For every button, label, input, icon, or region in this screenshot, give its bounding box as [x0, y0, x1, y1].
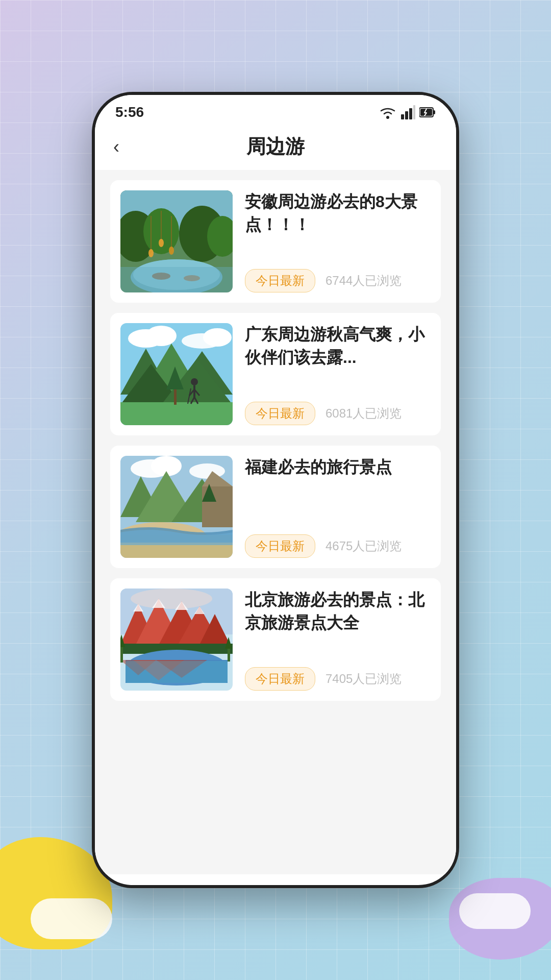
svg-rect-3 — [409, 108, 412, 119]
svg-point-0 — [386, 116, 389, 119]
svg-rect-6 — [433, 110, 435, 114]
top-bar: ‹ 周边游 — [95, 126, 456, 170]
article-meta-1: 今日最新 6744人已浏览 — [245, 269, 431, 292]
svg-point-21 — [169, 247, 174, 255]
status-bar: 5:56 — [95, 95, 456, 126]
article-thumbnail-2 — [120, 323, 233, 425]
article-title-1: 安徽周边游必去的8大景点！！！ — [245, 190, 431, 236]
status-icons — [379, 105, 436, 119]
white-blob-left — [31, 898, 112, 939]
article-info-2: 广东周边游秋高气爽，小伙伴们该去露... 今日最新 6081人已浏览 — [245, 323, 431, 425]
svg-rect-36 — [174, 389, 177, 405]
view-count-3: 4675人已浏览 — [325, 538, 402, 554]
svg-point-38 — [191, 378, 198, 385]
article-card-2[interactable]: 广东周边游秋高气爽，小伙伴们该去露... 今日最新 6081人已浏览 — [110, 313, 441, 435]
article-card-3[interactable]: 福建必去的旅行景点 今日最新 4675人已浏览 — [110, 446, 441, 568]
tag-latest-3: 今日最新 — [245, 534, 315, 558]
article-meta-4: 今日最新 7405人已浏览 — [245, 667, 431, 691]
article-thumbnail-1 — [120, 190, 233, 292]
article-info-1: 安徽周边游必去的8大景点！！！ 今日最新 6744人已浏览 — [245, 190, 431, 292]
svg-rect-24 — [120, 267, 233, 292]
wifi-icon — [379, 105, 397, 119]
svg-rect-35 — [120, 402, 233, 425]
content-area: 安徽周边游必去的8大景点！！！ 今日最新 6744人已浏览 — [95, 170, 456, 874]
svg-point-48 — [189, 463, 225, 479]
article-title-4: 北京旅游必去的景点：北京旅游景点大全 — [245, 589, 431, 634]
svg-point-19 — [159, 239, 164, 247]
svg-point-27 — [146, 326, 177, 346]
svg-point-60 — [131, 589, 212, 609]
svg-rect-76 — [126, 661, 228, 683]
article-info-3: 福建必去的旅行景点 今日最新 4675人已浏览 — [245, 456, 431, 558]
article-thumbnail-4 — [120, 589, 233, 691]
signal-icon — [401, 105, 415, 119]
battery-icon — [419, 106, 436, 118]
view-count-2: 6081人已浏览 — [325, 405, 402, 422]
svg-rect-2 — [405, 111, 408, 119]
view-count-4: 7405人已浏览 — [325, 671, 402, 687]
article-thumbnail-3 — [120, 456, 233, 558]
article-card-4[interactable]: 北京旅游必去的景点：北京旅游景点大全 今日最新 7405人已浏览 — [110, 578, 441, 701]
tag-latest-2: 今日最新 — [245, 402, 315, 425]
article-meta-3: 今日最新 4675人已浏览 — [245, 534, 431, 558]
svg-rect-4 — [413, 105, 415, 119]
svg-rect-77 — [120, 647, 123, 663]
page-title: 周边游 — [246, 134, 305, 160]
svg-point-29 — [203, 328, 232, 347]
tag-latest-1: 今日最新 — [245, 269, 315, 292]
svg-rect-79 — [228, 649, 230, 662]
article-info-4: 北京旅游必去的景点：北京旅游景点大全 今日最新 7405人已浏览 — [245, 589, 431, 691]
svg-rect-1 — [401, 114, 404, 119]
article-title-2: 广东周边游秋高气爽，小伙伴们该去露... — [245, 323, 431, 369]
article-title-3: 福建必去的旅行景点 — [245, 456, 431, 479]
phone-frame: 5:56 — [92, 92, 459, 888]
purple-blob — [449, 878, 551, 960]
article-card[interactable]: 安徽周边游必去的8大景点！！！ 今日最新 6744人已浏览 — [110, 180, 441, 303]
view-count-1: 6744人已浏览 — [325, 273, 402, 289]
svg-point-17 — [148, 249, 154, 257]
tag-latest-4: 今日最新 — [245, 667, 315, 691]
white-blob-right — [459, 893, 531, 929]
article-meta-2: 今日最新 6081人已浏览 — [245, 402, 431, 425]
status-time: 5:56 — [115, 104, 144, 120]
back-button[interactable]: ‹ — [113, 138, 119, 156]
